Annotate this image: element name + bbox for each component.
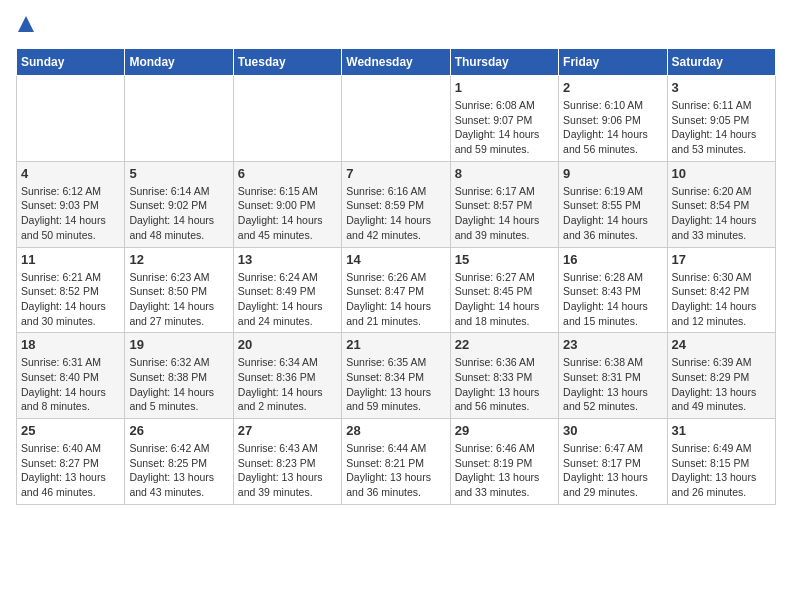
calendar-cell: 5Sunrise: 6:14 AM Sunset: 9:02 PM Daylig… [125,161,233,247]
day-info: Sunrise: 6:43 AM Sunset: 8:23 PM Dayligh… [238,441,337,500]
day-info: Sunrise: 6:27 AM Sunset: 8:45 PM Dayligh… [455,270,554,329]
calendar-cell [342,76,450,162]
day-info: Sunrise: 6:46 AM Sunset: 8:19 PM Dayligh… [455,441,554,500]
day-info: Sunrise: 6:47 AM Sunset: 8:17 PM Dayligh… [563,441,662,500]
svg-marker-0 [18,16,34,32]
day-number: 18 [21,337,120,352]
calendar-cell: 10Sunrise: 6:20 AM Sunset: 8:54 PM Dayli… [667,161,775,247]
calendar-cell [233,76,341,162]
day-number: 23 [563,337,662,352]
day-info: Sunrise: 6:49 AM Sunset: 8:15 PM Dayligh… [672,441,771,500]
calendar-cell: 9Sunrise: 6:19 AM Sunset: 8:55 PM Daylig… [559,161,667,247]
day-number: 28 [346,423,445,438]
calendar-cell: 6Sunrise: 6:15 AM Sunset: 9:00 PM Daylig… [233,161,341,247]
calendar-week-5: 25Sunrise: 6:40 AM Sunset: 8:27 PM Dayli… [17,419,776,505]
day-number: 6 [238,166,337,181]
calendar-table: SundayMondayTuesdayWednesdayThursdayFrid… [16,48,776,505]
calendar-cell: 1Sunrise: 6:08 AM Sunset: 9:07 PM Daylig… [450,76,558,162]
day-header-tuesday: Tuesday [233,49,341,76]
day-info: Sunrise: 6:21 AM Sunset: 8:52 PM Dayligh… [21,270,120,329]
day-header-friday: Friday [559,49,667,76]
calendar-cell [17,76,125,162]
day-number: 19 [129,337,228,352]
day-info: Sunrise: 6:12 AM Sunset: 9:03 PM Dayligh… [21,184,120,243]
day-number: 20 [238,337,337,352]
day-info: Sunrise: 6:10 AM Sunset: 9:06 PM Dayligh… [563,98,662,157]
day-number: 21 [346,337,445,352]
day-info: Sunrise: 6:24 AM Sunset: 8:49 PM Dayligh… [238,270,337,329]
day-info: Sunrise: 6:42 AM Sunset: 8:25 PM Dayligh… [129,441,228,500]
day-number: 24 [672,337,771,352]
calendar-cell: 7Sunrise: 6:16 AM Sunset: 8:59 PM Daylig… [342,161,450,247]
calendar-cell: 13Sunrise: 6:24 AM Sunset: 8:49 PM Dayli… [233,247,341,333]
calendar-cell: 17Sunrise: 6:30 AM Sunset: 8:42 PM Dayli… [667,247,775,333]
day-info: Sunrise: 6:23 AM Sunset: 8:50 PM Dayligh… [129,270,228,329]
day-number: 31 [672,423,771,438]
day-info: Sunrise: 6:32 AM Sunset: 8:38 PM Dayligh… [129,355,228,414]
day-info: Sunrise: 6:35 AM Sunset: 8:34 PM Dayligh… [346,355,445,414]
day-info: Sunrise: 6:16 AM Sunset: 8:59 PM Dayligh… [346,184,445,243]
calendar-cell: 30Sunrise: 6:47 AM Sunset: 8:17 PM Dayli… [559,419,667,505]
calendar-cell: 15Sunrise: 6:27 AM Sunset: 8:45 PM Dayli… [450,247,558,333]
day-info: Sunrise: 6:34 AM Sunset: 8:36 PM Dayligh… [238,355,337,414]
calendar-cell: 3Sunrise: 6:11 AM Sunset: 9:05 PM Daylig… [667,76,775,162]
day-info: Sunrise: 6:11 AM Sunset: 9:05 PM Dayligh… [672,98,771,157]
day-number: 13 [238,252,337,267]
day-number: 17 [672,252,771,267]
day-number: 15 [455,252,554,267]
day-header-thursday: Thursday [450,49,558,76]
day-number: 30 [563,423,662,438]
day-number: 14 [346,252,445,267]
calendar-cell: 16Sunrise: 6:28 AM Sunset: 8:43 PM Dayli… [559,247,667,333]
calendar-cell: 14Sunrise: 6:26 AM Sunset: 8:47 PM Dayli… [342,247,450,333]
calendar-cell: 8Sunrise: 6:17 AM Sunset: 8:57 PM Daylig… [450,161,558,247]
day-info: Sunrise: 6:40 AM Sunset: 8:27 PM Dayligh… [21,441,120,500]
day-info: Sunrise: 6:19 AM Sunset: 8:55 PM Dayligh… [563,184,662,243]
day-number: 10 [672,166,771,181]
day-number: 26 [129,423,228,438]
day-info: Sunrise: 6:17 AM Sunset: 8:57 PM Dayligh… [455,184,554,243]
calendar-cell: 23Sunrise: 6:38 AM Sunset: 8:31 PM Dayli… [559,333,667,419]
day-number: 9 [563,166,662,181]
day-number: 29 [455,423,554,438]
day-number: 4 [21,166,120,181]
day-info: Sunrise: 6:31 AM Sunset: 8:40 PM Dayligh… [21,355,120,414]
calendar-cell: 25Sunrise: 6:40 AM Sunset: 8:27 PM Dayli… [17,419,125,505]
calendar-cell: 26Sunrise: 6:42 AM Sunset: 8:25 PM Dayli… [125,419,233,505]
day-info: Sunrise: 6:36 AM Sunset: 8:33 PM Dayligh… [455,355,554,414]
day-number: 25 [21,423,120,438]
day-number: 3 [672,80,771,95]
day-info: Sunrise: 6:15 AM Sunset: 9:00 PM Dayligh… [238,184,337,243]
day-number: 22 [455,337,554,352]
day-info: Sunrise: 6:20 AM Sunset: 8:54 PM Dayligh… [672,184,771,243]
day-number: 1 [455,80,554,95]
day-header-saturday: Saturday [667,49,775,76]
calendar-cell: 12Sunrise: 6:23 AM Sunset: 8:50 PM Dayli… [125,247,233,333]
day-number: 8 [455,166,554,181]
day-header-monday: Monday [125,49,233,76]
day-number: 12 [129,252,228,267]
day-info: Sunrise: 6:38 AM Sunset: 8:31 PM Dayligh… [563,355,662,414]
calendar-week-1: 1Sunrise: 6:08 AM Sunset: 9:07 PM Daylig… [17,76,776,162]
calendar-cell: 24Sunrise: 6:39 AM Sunset: 8:29 PM Dayli… [667,333,775,419]
calendar-cell: 19Sunrise: 6:32 AM Sunset: 8:38 PM Dayli… [125,333,233,419]
logo [16,16,34,36]
day-info: Sunrise: 6:39 AM Sunset: 8:29 PM Dayligh… [672,355,771,414]
calendar-cell [125,76,233,162]
day-header-wednesday: Wednesday [342,49,450,76]
day-number: 5 [129,166,228,181]
calendar-cell: 29Sunrise: 6:46 AM Sunset: 8:19 PM Dayli… [450,419,558,505]
calendar-cell: 18Sunrise: 6:31 AM Sunset: 8:40 PM Dayli… [17,333,125,419]
calendar-cell: 4Sunrise: 6:12 AM Sunset: 9:03 PM Daylig… [17,161,125,247]
day-info: Sunrise: 6:30 AM Sunset: 8:42 PM Dayligh… [672,270,771,329]
day-number: 7 [346,166,445,181]
day-number: 27 [238,423,337,438]
day-number: 2 [563,80,662,95]
calendar-cell: 21Sunrise: 6:35 AM Sunset: 8:34 PM Dayli… [342,333,450,419]
calendar-cell: 2Sunrise: 6:10 AM Sunset: 9:06 PM Daylig… [559,76,667,162]
day-info: Sunrise: 6:28 AM Sunset: 8:43 PM Dayligh… [563,270,662,329]
calendar-header-row: SundayMondayTuesdayWednesdayThursdayFrid… [17,49,776,76]
calendar-body: 1Sunrise: 6:08 AM Sunset: 9:07 PM Daylig… [17,76,776,505]
logo-icon [18,16,34,36]
calendar-week-2: 4Sunrise: 6:12 AM Sunset: 9:03 PM Daylig… [17,161,776,247]
